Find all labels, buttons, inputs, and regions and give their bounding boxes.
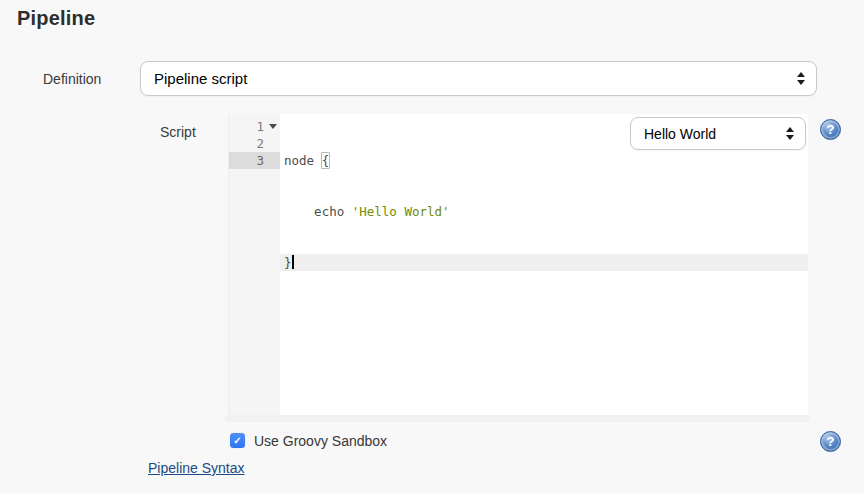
code-line-3-active: } <box>280 254 808 271</box>
gutter-line-number: 1 <box>229 118 280 135</box>
line-number: 1 <box>256 119 264 134</box>
select-stepper-icon <box>790 72 816 85</box>
sandbox-help-icon[interactable]: ? <box>820 431 841 452</box>
arrow-up-icon <box>786 127 794 132</box>
code-line-2: echo 'Hello World' <box>280 203 808 220</box>
definition-select-value: Pipeline script <box>141 70 790 87</box>
sample-script-select-value: Hello World <box>631 126 779 142</box>
definition-label: Definition <box>43 71 101 87</box>
pipeline-syntax-link[interactable]: Pipeline Syntax <box>148 460 245 476</box>
gutter-line-number-active: 3 <box>229 152 280 169</box>
code-text: echo <box>284 204 352 219</box>
definition-select[interactable]: Pipeline script <box>140 61 817 96</box>
editor-horizontal-scrollbar[interactable] <box>225 415 810 422</box>
pipeline-config-section: Pipeline Definition Pipeline script Scri… <box>0 0 864 493</box>
groovy-sandbox-label: Use Groovy Sandbox <box>254 433 387 449</box>
page-title: Pipeline <box>17 7 95 30</box>
code-fold-icon[interactable] <box>269 124 277 129</box>
script-code-editor[interactable]: 1 2 3 node { echo 'Hello World' } <box>228 114 808 415</box>
editor-gutter: 1 2 3 <box>228 114 280 415</box>
editor-code-area[interactable]: node { echo 'Hello World' } <box>280 114 808 415</box>
gutter-line-number: 2 <box>229 135 280 152</box>
script-label: Script <box>160 124 196 140</box>
string-literal: 'Hello World' <box>352 204 450 219</box>
groovy-sandbox-checkbox[interactable]: ✓ <box>230 433 245 448</box>
text-cursor <box>292 255 294 269</box>
code-text: } <box>284 255 292 270</box>
arrow-down-icon <box>797 80 805 85</box>
arrow-down-icon <box>786 135 794 140</box>
matched-bracket: { <box>321 152 331 169</box>
code-text: node <box>284 153 322 168</box>
arrow-up-icon <box>797 72 805 77</box>
code-line-1: node { <box>280 152 808 169</box>
sample-script-select[interactable]: Hello World <box>630 117 806 150</box>
script-help-icon[interactable]: ? <box>820 119 841 140</box>
select-stepper-icon <box>779 127 805 140</box>
